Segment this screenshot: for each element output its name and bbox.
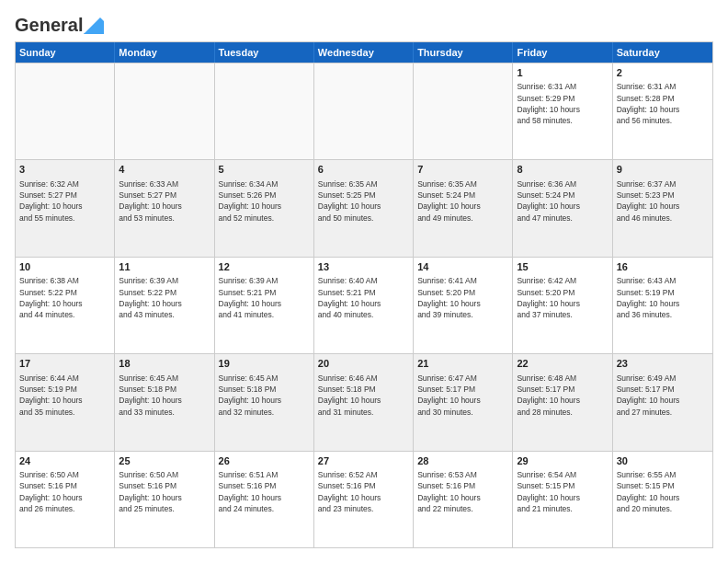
calendar-cell-4-1: 25Sunrise: 6:50 AMSunset: 5:16 PMDayligh… bbox=[115, 452, 214, 547]
header-day-sunday: Sunday bbox=[16, 42, 115, 63]
cell-info: Sunrise: 6:35 AMSunset: 5:25 PMDaylight:… bbox=[318, 178, 409, 224]
day-number: 11 bbox=[119, 260, 210, 274]
calendar-cell-4-0: 24Sunrise: 6:50 AMSunset: 5:16 PMDayligh… bbox=[16, 452, 115, 547]
day-number: 1 bbox=[517, 66, 608, 80]
cell-info: Sunrise: 6:43 AMSunset: 5:19 PMDaylight:… bbox=[617, 275, 709, 320]
day-number: 23 bbox=[617, 357, 709, 371]
day-number: 22 bbox=[517, 357, 608, 371]
calendar-cell-2-2: 12Sunrise: 6:39 AMSunset: 5:21 PMDayligh… bbox=[215, 258, 314, 353]
day-number: 13 bbox=[318, 260, 409, 274]
cell-info: Sunrise: 6:51 AMSunset: 5:16 PMDaylight:… bbox=[219, 469, 310, 514]
cell-info: Sunrise: 6:47 AMSunset: 5:17 PMDaylight:… bbox=[417, 373, 508, 418]
calendar-row-4: 24Sunrise: 6:50 AMSunset: 5:16 PMDayligh… bbox=[16, 451, 712, 547]
calendar-cell-0-4 bbox=[414, 63, 513, 159]
day-number: 6 bbox=[318, 163, 409, 177]
day-number: 16 bbox=[617, 260, 709, 274]
cell-info: Sunrise: 6:38 AMSunset: 5:22 PMDaylight:… bbox=[19, 275, 110, 320]
calendar-cell-0-3 bbox=[314, 63, 414, 159]
day-number: 15 bbox=[517, 260, 608, 274]
cell-info: Sunrise: 6:45 AMSunset: 5:18 PMDaylight:… bbox=[219, 373, 310, 418]
calendar-cell-0-0 bbox=[16, 63, 115, 159]
cell-info: Sunrise: 6:53 AMSunset: 5:16 PMDaylight:… bbox=[417, 469, 508, 514]
day-number: 18 bbox=[119, 357, 210, 371]
calendar-header: SundayMondayTuesdayWednesdayThursdayFrid… bbox=[16, 42, 712, 63]
cell-info: Sunrise: 6:35 AMSunset: 5:24 PMDaylight:… bbox=[417, 178, 508, 224]
calendar-cell-0-6: 2Sunrise: 6:31 AMSunset: 5:28 PMDaylight… bbox=[613, 63, 712, 159]
calendar-row-1: 3Sunrise: 6:32 AMSunset: 5:27 PMDaylight… bbox=[16, 159, 712, 256]
cell-info: Sunrise: 6:31 AMSunset: 5:28 PMDaylight:… bbox=[617, 81, 709, 126]
calendar-cell-0-5: 1Sunrise: 6:31 AMSunset: 5:29 PMDaylight… bbox=[513, 63, 612, 159]
day-number: 24 bbox=[19, 454, 110, 468]
day-number: 3 bbox=[19, 163, 110, 177]
header-day-wednesday: Wednesday bbox=[314, 42, 414, 63]
cell-info: Sunrise: 6:37 AMSunset: 5:23 PMDaylight:… bbox=[617, 178, 709, 224]
calendar-cell-3-6: 23Sunrise: 6:49 AMSunset: 5:17 PMDayligh… bbox=[613, 354, 712, 450]
logo-icon bbox=[84, 17, 104, 34]
cell-info: Sunrise: 6:33 AMSunset: 5:27 PMDaylight:… bbox=[119, 178, 210, 224]
day-number: 27 bbox=[318, 454, 409, 468]
page: General SundayMondayTuesdayWednesdayThur… bbox=[0, 0, 728, 563]
calendar-cell-4-3: 27Sunrise: 6:52 AMSunset: 5:16 PMDayligh… bbox=[314, 452, 414, 547]
day-number: 12 bbox=[219, 260, 310, 274]
cell-info: Sunrise: 6:52 AMSunset: 5:16 PMDaylight:… bbox=[318, 469, 409, 514]
cell-info: Sunrise: 6:31 AMSunset: 5:29 PMDaylight:… bbox=[517, 81, 608, 126]
day-number: 17 bbox=[19, 357, 110, 371]
cell-info: Sunrise: 6:36 AMSunset: 5:24 PMDaylight:… bbox=[517, 178, 608, 224]
cell-info: Sunrise: 6:48 AMSunset: 5:17 PMDaylight:… bbox=[517, 373, 608, 418]
calendar-cell-2-5: 15Sunrise: 6:42 AMSunset: 5:20 PMDayligh… bbox=[513, 258, 612, 353]
cell-info: Sunrise: 6:39 AMSunset: 5:22 PMDaylight:… bbox=[119, 275, 210, 320]
day-number: 25 bbox=[119, 454, 210, 468]
cell-info: Sunrise: 6:44 AMSunset: 5:19 PMDaylight:… bbox=[19, 373, 110, 418]
svg-marker-1 bbox=[84, 17, 104, 34]
cell-info: Sunrise: 6:45 AMSunset: 5:18 PMDaylight:… bbox=[119, 373, 210, 418]
calendar: SundayMondayTuesdayWednesdayThursdayFrid… bbox=[15, 41, 713, 548]
cell-info: Sunrise: 6:50 AMSunset: 5:16 PMDaylight:… bbox=[19, 469, 110, 514]
day-number: 28 bbox=[417, 454, 508, 468]
cell-info: Sunrise: 6:34 AMSunset: 5:26 PMDaylight:… bbox=[219, 178, 310, 224]
day-number: 4 bbox=[119, 163, 210, 177]
day-number: 8 bbox=[517, 163, 608, 177]
calendar-row-3: 17Sunrise: 6:44 AMSunset: 5:19 PMDayligh… bbox=[16, 353, 712, 450]
cell-info: Sunrise: 6:39 AMSunset: 5:21 PMDaylight:… bbox=[219, 275, 310, 320]
calendar-cell-3-2: 19Sunrise: 6:45 AMSunset: 5:18 PMDayligh… bbox=[215, 354, 314, 450]
calendar-cell-1-0: 3Sunrise: 6:32 AMSunset: 5:27 PMDaylight… bbox=[16, 160, 115, 256]
header-day-thursday: Thursday bbox=[414, 42, 513, 63]
day-number: 26 bbox=[219, 454, 310, 468]
calendar-cell-3-3: 20Sunrise: 6:46 AMSunset: 5:18 PMDayligh… bbox=[314, 354, 414, 450]
cell-info: Sunrise: 6:46 AMSunset: 5:18 PMDaylight:… bbox=[318, 373, 409, 418]
calendar-cell-2-6: 16Sunrise: 6:43 AMSunset: 5:19 PMDayligh… bbox=[613, 258, 712, 353]
logo-general: General bbox=[15, 15, 83, 36]
cell-info: Sunrise: 6:41 AMSunset: 5:20 PMDaylight:… bbox=[417, 275, 508, 320]
calendar-row-2: 10Sunrise: 6:38 AMSunset: 5:22 PMDayligh… bbox=[16, 257, 712, 353]
calendar-body: 1Sunrise: 6:31 AMSunset: 5:29 PMDaylight… bbox=[16, 63, 712, 547]
calendar-cell-0-2 bbox=[215, 63, 314, 159]
calendar-cell-1-2: 5Sunrise: 6:34 AMSunset: 5:26 PMDaylight… bbox=[215, 160, 314, 256]
cell-info: Sunrise: 6:49 AMSunset: 5:17 PMDaylight:… bbox=[617, 373, 709, 418]
header-day-saturday: Saturday bbox=[613, 42, 712, 63]
calendar-cell-2-4: 14Sunrise: 6:41 AMSunset: 5:20 PMDayligh… bbox=[414, 258, 513, 353]
calendar-cell-3-0: 17Sunrise: 6:44 AMSunset: 5:19 PMDayligh… bbox=[16, 354, 115, 450]
calendar-cell-1-4: 7Sunrise: 6:35 AMSunset: 5:24 PMDaylight… bbox=[414, 160, 513, 256]
cell-info: Sunrise: 6:54 AMSunset: 5:15 PMDaylight:… bbox=[517, 469, 608, 514]
header-day-friday: Friday bbox=[513, 42, 612, 63]
calendar-cell-0-1 bbox=[115, 63, 214, 159]
day-number: 2 bbox=[617, 66, 709, 80]
day-number: 30 bbox=[617, 454, 709, 468]
calendar-cell-2-1: 11Sunrise: 6:39 AMSunset: 5:22 PMDayligh… bbox=[115, 258, 214, 353]
calendar-cell-3-5: 22Sunrise: 6:48 AMSunset: 5:17 PMDayligh… bbox=[513, 354, 612, 450]
day-number: 14 bbox=[417, 260, 508, 274]
day-number: 29 bbox=[517, 454, 608, 468]
day-number: 5 bbox=[219, 163, 310, 177]
calendar-cell-2-3: 13Sunrise: 6:40 AMSunset: 5:21 PMDayligh… bbox=[314, 258, 414, 353]
header: General bbox=[15, 15, 713, 32]
calendar-cell-4-5: 29Sunrise: 6:54 AMSunset: 5:15 PMDayligh… bbox=[513, 452, 612, 547]
calendar-cell-1-5: 8Sunrise: 6:36 AMSunset: 5:24 PMDaylight… bbox=[513, 160, 612, 256]
calendar-cell-4-6: 30Sunrise: 6:55 AMSunset: 5:15 PMDayligh… bbox=[613, 452, 712, 547]
day-number: 19 bbox=[219, 357, 310, 371]
header-day-monday: Monday bbox=[115, 42, 214, 63]
day-number: 7 bbox=[417, 163, 508, 177]
calendar-cell-3-4: 21Sunrise: 6:47 AMSunset: 5:17 PMDayligh… bbox=[414, 354, 513, 450]
cell-info: Sunrise: 6:55 AMSunset: 5:15 PMDaylight:… bbox=[617, 469, 709, 514]
cell-info: Sunrise: 6:42 AMSunset: 5:20 PMDaylight:… bbox=[517, 275, 608, 320]
cell-info: Sunrise: 6:40 AMSunset: 5:21 PMDaylight:… bbox=[318, 275, 409, 320]
